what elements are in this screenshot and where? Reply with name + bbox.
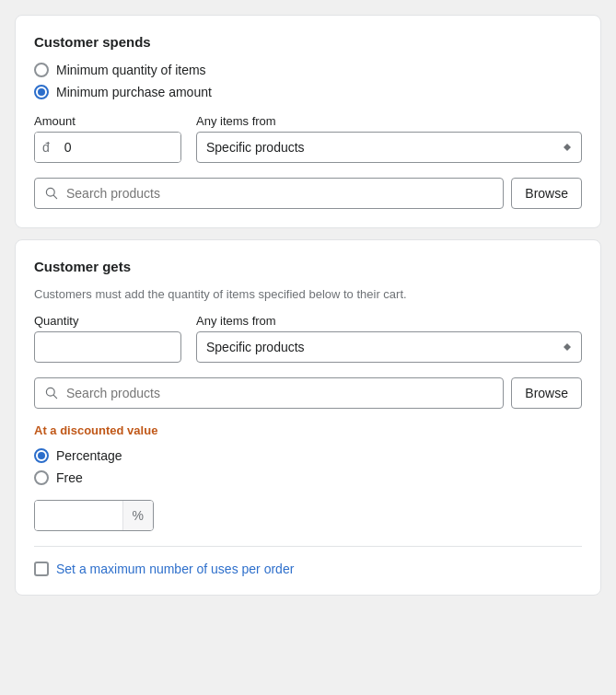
gets-search-input[interactable] [66, 386, 494, 400]
radio-min-qty-label: Minimum quantity of items [56, 63, 206, 77]
percent-suffix: % [122, 501, 153, 530]
radio-percentage[interactable]: Percentage [34, 448, 582, 463]
customer-spends-card: Customer spends Minimum quantity of item… [15, 15, 601, 228]
spends-items-select[interactable]: Specific products Specific collections [196, 132, 582, 163]
customer-gets-card: Customer gets Customers must add the qua… [15, 239, 601, 596]
discount-label: At a discounted value [34, 423, 582, 437]
spends-items-label: Any items from [196, 114, 582, 128]
radio-min-amount-label: Minimum purchase amount [56, 85, 212, 99]
search-icon [44, 386, 59, 400]
radio-free-indicator [34, 470, 49, 485]
spends-items-group: Any items from Specific products Specifi… [196, 114, 582, 163]
customer-spends-title: Customer spends [34, 34, 582, 50]
max-uses-checkbox[interactable] [34, 562, 49, 576]
spends-search-row: Browse [34, 178, 582, 209]
max-uses-row: Set a maximum number of uses per order [34, 562, 582, 576]
quantity-group: Quantity [34, 314, 181, 363]
discount-section: At a discounted value Percentage Free % [34, 423, 582, 531]
amount-input-wrapper: đ [34, 132, 181, 163]
page-wrapper: Customer spends Minimum quantity of item… [15, 15, 601, 596]
gets-items-group: Any items from Specific products Specifi… [196, 314, 582, 363]
search-icon [44, 186, 59, 201]
spends-browse-button[interactable]: Browse [511, 178, 582, 209]
gets-search-wrapper [34, 377, 504, 409]
svg-point-0 [46, 188, 54, 196]
radio-min-qty-indicator [34, 63, 49, 77]
gets-items-label: Any items from [196, 314, 582, 328]
customer-gets-title: Customer gets [34, 259, 582, 274]
amount-label: Amount [34, 114, 181, 128]
max-uses-label: Set a maximum number of uses per order [56, 562, 294, 576]
radio-percentage-label: Percentage [56, 448, 122, 463]
amount-prefix: đ [35, 133, 57, 162]
max-uses-label-link: per order [242, 562, 295, 576]
card-divider [34, 546, 582, 547]
gets-items-select[interactable]: Specific products Specific collections [196, 331, 582, 363]
max-uses-label-start: Set a maximum number of uses [56, 562, 238, 576]
percent-input-wrapper: % [34, 500, 154, 531]
spends-search-input[interactable] [66, 186, 494, 201]
amount-input[interactable] [57, 133, 180, 162]
radio-free-label: Free [56, 470, 83, 485]
percent-input[interactable] [35, 501, 122, 530]
spends-form-row: Amount đ Any items from Specific product… [34, 114, 582, 163]
radio-percentage-indicator [34, 448, 49, 463]
amount-group: Amount đ [34, 114, 181, 163]
gets-form-row: Quantity Any items from Specific product… [34, 314, 582, 363]
discount-radio-group: Percentage Free [34, 448, 582, 485]
customer-spends-radio-group: Minimum quantity of items Minimum purcha… [34, 63, 582, 99]
radio-free[interactable]: Free [34, 470, 582, 485]
customer-gets-description: Customers must add the quantity of items… [34, 287, 582, 301]
gets-browse-button[interactable]: Browse [511, 377, 582, 409]
spends-search-wrapper [34, 178, 504, 209]
radio-min-qty[interactable]: Minimum quantity of items [34, 63, 582, 77]
quantity-input[interactable] [34, 331, 181, 363]
quantity-label: Quantity [34, 314, 181, 328]
radio-min-amount[interactable]: Minimum purchase amount [34, 85, 582, 99]
svg-point-1 [46, 388, 54, 396]
radio-min-amount-indicator [34, 85, 49, 99]
gets-search-row: Browse [34, 377, 582, 409]
